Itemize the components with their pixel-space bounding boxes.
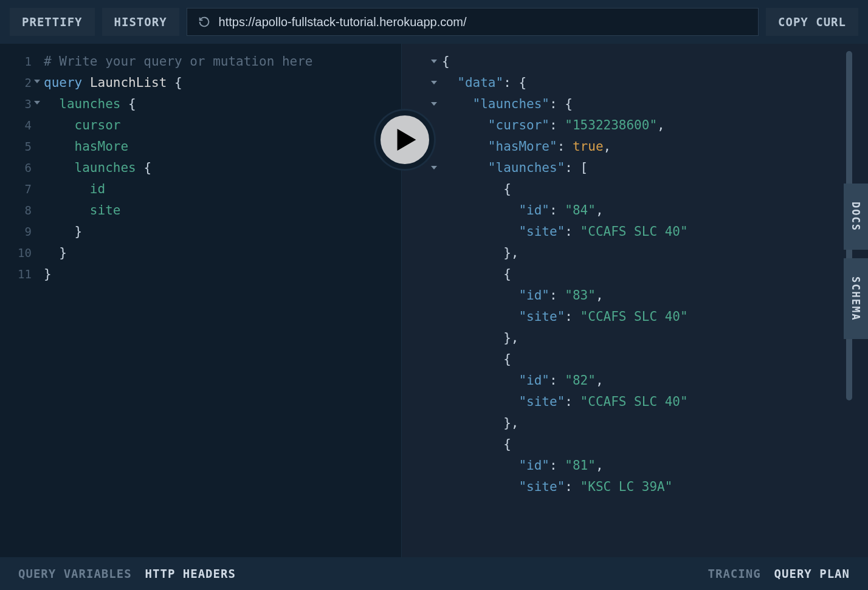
copy-curl-button[interactable]: COPY CURL <box>766 8 858 36</box>
line-number: 8 <box>0 200 32 221</box>
url-input-wrapper <box>187 8 759 36</box>
toolbar: PRETTIFY HISTORY COPY CURL <box>0 0 868 44</box>
query-editor-panel[interactable]: 1 2 3 4 5 6 7 8 9 10 11 # Write your que… <box>0 44 401 557</box>
tracing-tab[interactable]: TRACING <box>708 567 761 580</box>
line-number-gutter: 1 2 3 4 5 6 7 8 9 10 11 <box>0 51 36 285</box>
line-number: 3 <box>0 94 32 115</box>
bottom-bar: QUERY VARIABLES HTTP HEADERS TRACING QUE… <box>0 557 868 590</box>
prettify-button[interactable]: PRETTIFY <box>10 8 95 36</box>
query-variables-tab[interactable]: QUERY VARIABLES <box>18 567 132 580</box>
fold-arrow-icon[interactable] <box>34 80 40 83</box>
schema-tab[interactable]: SCHEMA <box>844 258 868 339</box>
line-number: 9 <box>0 221 32 242</box>
response-json[interactable]: { "data": { "launches": { "cursor": "153… <box>402 51 868 498</box>
svg-marker-0 <box>398 129 416 151</box>
fold-arrow-icon[interactable] <box>431 166 437 170</box>
line-number: 5 <box>0 136 32 157</box>
side-tabs: DOCS SCHEMA <box>844 184 868 339</box>
line-number: 2 <box>0 72 32 94</box>
fold-arrow-icon[interactable] <box>431 60 437 63</box>
line-number: 7 <box>0 179 32 200</box>
line-number: 10 <box>0 242 32 264</box>
endpoint-url-input[interactable] <box>219 15 748 29</box>
refresh-icon[interactable] <box>197 15 212 29</box>
query-code[interactable]: # Write your query or mutation here quer… <box>0 51 401 285</box>
fold-arrow-icon[interactable] <box>431 81 437 84</box>
http-headers-tab[interactable]: HTTP HEADERS <box>145 567 236 580</box>
fold-arrow-icon[interactable] <box>431 102 437 106</box>
execute-query-button[interactable] <box>376 111 434 169</box>
line-number: 11 <box>0 264 32 285</box>
line-number: 1 <box>0 51 32 72</box>
line-number: 6 <box>0 157 32 179</box>
line-number: 4 <box>0 115 32 136</box>
docs-tab[interactable]: DOCS <box>844 184 868 250</box>
main-area: 1 2 3 4 5 6 7 8 9 10 11 # Write your que… <box>0 44 868 557</box>
result-panel: { "data": { "launches": { "cursor": "153… <box>401 44 868 557</box>
history-button[interactable]: HISTORY <box>102 8 179 36</box>
query-plan-tab[interactable]: QUERY PLAN <box>774 567 850 580</box>
fold-arrow-icon[interactable] <box>34 101 40 105</box>
